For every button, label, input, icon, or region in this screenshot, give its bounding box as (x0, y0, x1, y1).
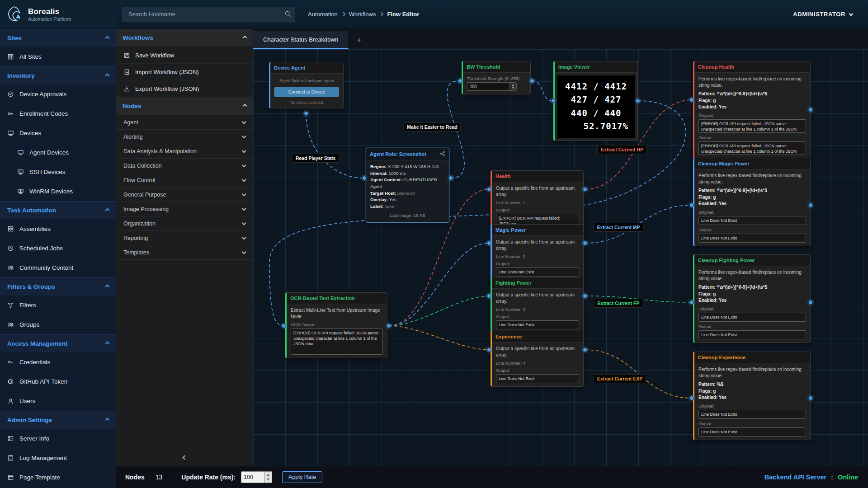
sidebar-item-log-management[interactable]: Log Management (0, 448, 116, 468)
node-image-viewer[interactable]: Image Viewer 4412 / 4412 427 / 427 440 /… (553, 61, 638, 141)
node-port[interactable] (689, 98, 694, 102)
sidebar-item-all-sites[interactable]: All Sites (0, 47, 116, 66)
tab-character-status-breakdown[interactable]: Character Status Breakdown (253, 31, 349, 49)
node-port[interactable] (583, 347, 587, 352)
node-port[interactable] (583, 241, 587, 245)
flow-canvas[interactable]: Read Player Stats Make it Easier to Read… (253, 49, 868, 466)
node-port[interactable] (448, 176, 453, 180)
section-label: Filters & Groups (7, 283, 106, 290)
node-category-flow-control[interactable]: Flow Control (116, 173, 253, 188)
node-port[interactable] (689, 203, 694, 207)
node-port[interactable] (689, 396, 694, 400)
node-category-alerting[interactable]: Alerting (116, 130, 253, 144)
sidebar-item-page-template[interactable]: Page Template (0, 468, 116, 487)
node-health[interactable]: Health Output a specific line from an up… (491, 170, 584, 232)
search-icon[interactable] (284, 10, 291, 19)
sidebar-section-sites[interactable]: Sites (0, 29, 116, 47)
share-icon[interactable] (440, 151, 445, 157)
connect-to-device-button[interactable]: Connect to Device (274, 87, 339, 97)
node-category-data-analysis[interactable]: Data Analysis & Manipulation (116, 144, 253, 159)
node-port[interactable] (808, 108, 813, 112)
node-ocr-text-extraction[interactable]: OCR-Based Text Extraction Extract Multi-… (285, 292, 387, 358)
breadcrumb-workflows[interactable]: Workflows (349, 11, 376, 18)
node-category-data-collection[interactable]: Data Collection (116, 159, 253, 173)
threshold-input[interactable] (467, 82, 509, 91)
number-spinner[interactable] (264, 471, 272, 483)
node-port[interactable] (808, 396, 813, 400)
chevron-down-icon (242, 206, 246, 211)
node-category-reporting[interactable]: Reporting (116, 231, 253, 245)
number-spinner[interactable] (509, 82, 517, 91)
github-icon (7, 378, 14, 385)
search-input[interactable] (123, 7, 295, 22)
save-workflow-button[interactable]: Save Workflow (116, 47, 253, 64)
breadcrumb-automation[interactable]: Automation (308, 11, 338, 18)
node-cleanup-experience[interactable]: Cleanup Experience Performs live regex-b… (693, 352, 811, 440)
sidebar-item-community-content[interactable]: Community Content (0, 258, 116, 277)
node-category-image-processing[interactable]: Image Processing (116, 202, 253, 216)
sidebar-item-winrm-devices[interactable]: WinRM Devices (0, 182, 116, 201)
node-port[interactable] (458, 79, 462, 83)
node-device-agent[interactable]: Device Agent Right-Click to Configure Ag… (269, 62, 344, 108)
sidebar-item-credentials[interactable]: Credentials (0, 352, 116, 372)
apply-rate-button[interactable]: Apply Rate (282, 471, 322, 483)
panel-section-nodes[interactable]: Nodes (116, 97, 253, 115)
node-port[interactable] (551, 99, 556, 103)
original-value: Line Does Not Exist (698, 410, 806, 419)
sidebar-item-enrollment-codes[interactable]: Enrollment Codes (0, 104, 116, 123)
sidebar-item-ssh-devices[interactable]: SSH Devices (0, 162, 116, 182)
sidebar-item-agent-devices[interactable]: Agent Devices (0, 143, 116, 162)
sidebar-item-github-api-token[interactable]: GitHub API Token (0, 372, 116, 391)
sidebar-item-device-approvals[interactable]: Device Approvals (0, 84, 116, 104)
panel-collapse-button[interactable] (116, 450, 253, 464)
node-agent-role-screenshot[interactable]: Agent Role: Screenshot Region: X:200 Y:4… (366, 148, 449, 223)
node-port[interactable] (530, 79, 534, 83)
update-rate-input[interactable] (241, 471, 264, 483)
import-icon (123, 69, 130, 75)
node-category-templates[interactable]: Templates (116, 245, 253, 260)
node-port[interactable] (808, 203, 813, 207)
sidebar-item-scheduled-jobs[interactable]: Scheduled Jobs (0, 239, 116, 258)
sidebar-item-groups[interactable]: Groups (0, 315, 116, 334)
node-category-organization[interactable]: Organization (116, 216, 253, 231)
import-workflow-button[interactable]: Import Workflow (JSON) (116, 64, 253, 80)
sidebar-section-inventory[interactable]: Inventory (0, 66, 116, 84)
sidebar-item-devices[interactable]: Devices (0, 123, 116, 143)
node-magic-power[interactable]: Magic Power Output a specific line from … (491, 224, 584, 280)
node-bw-threshold[interactable]: BW Threshold Threshold Strength (0–255): (462, 61, 531, 94)
node-category-agent[interactable]: Agent (116, 115, 253, 130)
node-port[interactable] (487, 241, 491, 245)
sidebar-item-server-info[interactable]: Server Info (0, 429, 116, 448)
node-port[interactable] (487, 347, 491, 352)
node-port[interactable] (282, 324, 286, 328)
region-label: Region: (370, 164, 387, 169)
node-cleanup-fighting-power[interactable]: Cleanup Fighting Power Performs live reg… (693, 254, 811, 343)
sidebar-item-users[interactable]: Users (0, 391, 116, 411)
node-port[interactable] (808, 300, 813, 305)
sidebar-section-access-management[interactable]: Access Management (0, 334, 116, 352)
sidebar-section-task-automation[interactable]: Task Automation (0, 201, 116, 219)
node-experience[interactable]: Experience Output a specific line from a… (491, 331, 584, 387)
export-workflow-button[interactable]: Export Workflow (JSON) (116, 80, 253, 97)
user-menu[interactable]: ADMINISTRATOR (793, 11, 853, 18)
node-port[interactable] (583, 294, 587, 298)
node-category-general-purpose[interactable]: General Purpose (116, 188, 253, 202)
sidebar-item-assemblies[interactable]: Assemblies (0, 219, 116, 239)
panel-section-workflows[interactable]: Workflows (116, 29, 253, 47)
node-port[interactable] (689, 300, 694, 305)
node-port[interactable] (636, 99, 640, 103)
node-port[interactable] (487, 187, 491, 192)
node-port[interactable] (583, 187, 587, 192)
sidebar-section-admin-settings[interactable]: Admin Settings (0, 411, 116, 429)
node-fighting-power[interactable]: Fighting Power Output a specific line fr… (491, 277, 584, 333)
node-port[interactable] (304, 111, 308, 116)
tab-label: Character Status Breakdown (263, 36, 338, 43)
node-port[interactable] (487, 294, 491, 298)
node-cleanup-magic-power[interactable]: Cleanup Magic Power Performs live regex-… (693, 158, 811, 246)
sidebar-item-filters[interactable]: Filters (0, 296, 116, 315)
node-port[interactable] (362, 176, 367, 180)
node-cleanup-health[interactable]: Cleanup Health Performs live regex-based… (693, 61, 811, 159)
node-port[interactable] (387, 324, 391, 328)
sidebar-section-filters-groups[interactable]: Filters & Groups (0, 277, 116, 296)
add-tab-button[interactable]: + (349, 31, 369, 49)
